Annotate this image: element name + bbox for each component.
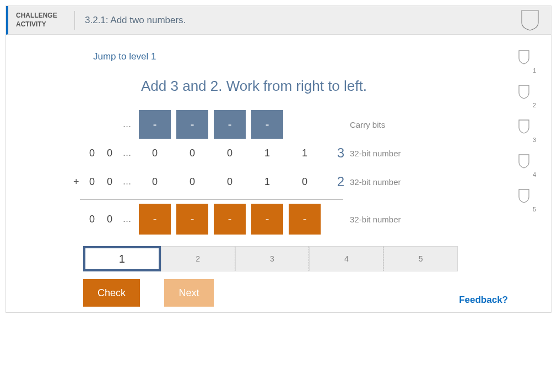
carry-row: … - - - - Carry bits (83, 110, 469, 139)
bit: 0 (83, 214, 101, 225)
operand-b-decimal: 2 (323, 174, 350, 189)
level-badge-4[interactable]: 4 (518, 154, 551, 178)
bit: 0 (101, 214, 118, 225)
step-3[interactable]: 3 (235, 246, 310, 271)
step-indicator: 1 2 3 4 5 (83, 246, 458, 271)
arithmetic-area: … - - - - Carry bits 0 0 … 0 0 0 (83, 110, 469, 307)
bit: 0 (83, 176, 101, 188)
step-5[interactable]: 5 (383, 246, 458, 271)
step-2[interactable]: 2 (161, 246, 235, 271)
card-body: Jump to level 1 Add 3 and 2. Work from r… (6, 35, 551, 312)
operand-a-decimal: 3 (323, 145, 350, 161)
jump-to-level-link[interactable]: Jump to level 1 (93, 51, 512, 62)
bit: 1 (248, 148, 286, 159)
ellipsis: … (118, 119, 136, 129)
step-4[interactable]: 4 (309, 246, 383, 271)
ellipsis: … (118, 148, 136, 158)
content-area: Jump to level 1 Add 3 and 2. Work from r… (6, 35, 518, 312)
level-sidebar: 1 2 3 4 5 (518, 35, 551, 312)
level-badge-2[interactable]: 2 (518, 85, 551, 108)
bit: 0 (286, 176, 323, 188)
sum-divider (80, 199, 343, 200)
carry-bit-input[interactable]: - (176, 110, 208, 139)
sum-bit-input[interactable]: - (289, 204, 321, 235)
operand-b-label: 32-bit number (350, 177, 401, 187)
bit: 0 (211, 148, 248, 159)
feedback-link[interactable]: Feedback? (459, 295, 508, 306)
sum-label: 32-bit number (350, 215, 401, 224)
step-1[interactable]: 1 (83, 246, 161, 271)
operand-a-row: 0 0 … 0 0 0 1 1 3 32-bit number (83, 139, 469, 167)
ellipsis: … (118, 177, 136, 187)
activity-title: 3.2.1: Add two numbers. (75, 15, 186, 26)
activity-type-label: CHALLENGE ACTIVITY (8, 12, 74, 29)
bit: 0 (101, 176, 118, 188)
carry-bit-input[interactable]: - (251, 110, 283, 139)
sum-bit-input[interactable]: - (251, 204, 283, 235)
operand-b-row: + 0 0 … 0 0 0 1 0 2 32-bit number (83, 167, 469, 196)
bit: 0 (136, 148, 174, 159)
carry-label: Carry bits (350, 120, 385, 129)
operand-a-label: 32-bit number (350, 149, 401, 158)
bit: 1 (248, 176, 286, 188)
instruction-text: Add 3 and 2. Work from right to left. (83, 78, 425, 95)
card-header: CHALLENGE ACTIVITY 3.2.1: Add two number… (6, 6, 551, 35)
bit: 0 (211, 176, 248, 188)
bit: 1 (286, 148, 323, 159)
challenge-card: CHALLENGE ACTIVITY 3.2.1: Add two number… (6, 6, 551, 313)
level-badge-3[interactable]: 3 (518, 119, 551, 143)
sum-bit-input[interactable]: - (214, 204, 246, 235)
bit: 0 (101, 148, 118, 159)
carry-bit-input[interactable]: - (139, 110, 171, 139)
plus-sign: + (73, 176, 83, 188)
carry-bit-input[interactable]: - (214, 110, 246, 139)
button-row: Check Next (83, 279, 469, 307)
bit: 0 (136, 176, 174, 188)
sum-bit-input[interactable]: - (176, 204, 208, 235)
sum-row: 0 0 … - - - - - 32-bit number (83, 202, 469, 236)
bit: 0 (174, 148, 211, 159)
sum-bit-input[interactable]: - (139, 204, 171, 235)
bit: 0 (83, 148, 101, 159)
level-badge-5[interactable]: 5 (518, 189, 551, 213)
completion-shield-icon (520, 9, 540, 31)
next-button[interactable]: Next (164, 279, 213, 307)
bit: 0 (174, 176, 211, 188)
level-badge-1[interactable]: 1 (518, 50, 551, 74)
ellipsis: … (118, 214, 136, 224)
check-button[interactable]: Check (83, 279, 140, 307)
